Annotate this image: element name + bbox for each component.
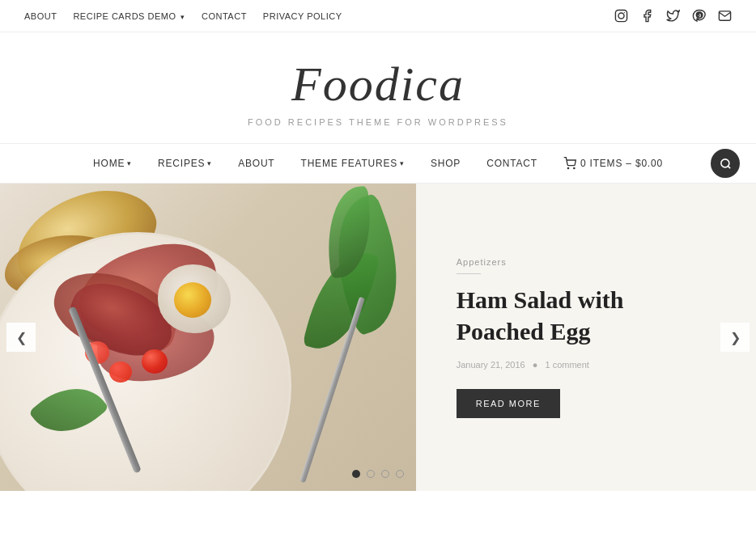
svg-rect-0 (615, 10, 626, 21)
slider-dots (0, 470, 756, 478)
social-icons-bar (614, 9, 732, 23)
svg-point-4 (574, 167, 575, 168)
main-nav-about[interactable]: ABOUT (225, 143, 287, 184)
slider-next-button[interactable]: ❯ (720, 323, 750, 352)
main-navigation: HOME ▾ RECIPES ▾ ABOUT THEME FEATURES ▾ … (0, 143, 756, 184)
top-nav-privacy[interactable]: PRIVACY POLICY (263, 11, 342, 21)
recipes-dropdown-arrow: ▾ (207, 159, 212, 167)
slide-category: Appetizers (457, 257, 507, 274)
twitter-icon[interactable] (665, 9, 680, 23)
top-nav-recipe-cards[interactable]: RECIPE CARDS DEMO ▾ (73, 11, 185, 21)
email-icon[interactable] (717, 9, 732, 23)
read-more-button[interactable]: READ MORE (457, 389, 560, 418)
top-navigation: ABOUT RECIPE CARDS DEMO ▾ CONTACT PRIVAC… (24, 11, 342, 21)
slide-date: January 21, 2016 (457, 360, 525, 370)
food-plate-scene (0, 184, 416, 491)
instagram-icon[interactable] (614, 9, 628, 23)
main-nav-shop[interactable]: SHOP (418, 143, 474, 184)
slider-dot-2[interactable] (367, 470, 375, 478)
cart-button[interactable]: 0 ITEMS – $0.00 (550, 143, 676, 184)
slider-dot-4[interactable] (396, 470, 404, 478)
svg-point-3 (567, 167, 568, 168)
slide-1: Appetizers Ham Salad with Poached Egg Ja… (0, 184, 756, 491)
main-nav-theme-features[interactable]: THEME FEATURES ▾ (288, 143, 418, 184)
slide-meta: January 21, 2016 ● 1 comment (457, 360, 589, 370)
main-nav-contact[interactable]: CONTACT (474, 143, 550, 184)
svg-point-2 (623, 12, 624, 13)
pinterest-icon[interactable] (691, 9, 706, 23)
svg-line-6 (728, 166, 730, 168)
top-nav-contact[interactable]: CONTACT (202, 11, 247, 21)
site-title[interactable]: Foodica (0, 57, 756, 112)
dropdown-arrow: ▾ (178, 13, 185, 21)
top-nav-about[interactable]: ABOUT (24, 11, 57, 21)
site-subtitle: FOOD RECIPES THEME FOR WORDPRESS (0, 117, 756, 127)
site-header: Foodica FOOD RECIPES THEME FOR WORDPRESS (0, 32, 756, 143)
slider-dot-1[interactable] (352, 470, 360, 478)
meta-separator: ● (533, 360, 538, 370)
search-button[interactable] (711, 149, 740, 178)
cart-icon (563, 157, 576, 170)
svg-point-1 (618, 13, 623, 19)
slide-comments: 1 comment (545, 360, 588, 370)
theme-dropdown-arrow: ▾ (400, 159, 405, 167)
slider-dot-3[interactable] (381, 470, 389, 478)
hero-slider: Appetizers Ham Salad with Poached Egg Ja… (0, 184, 756, 491)
slide-image (0, 184, 416, 491)
main-nav-links: HOME ▾ RECIPES ▾ ABOUT THEME FEATURES ▾ … (80, 143, 676, 184)
main-nav-recipes[interactable]: RECIPES ▾ (145, 143, 225, 184)
search-icon (720, 158, 732, 170)
slider-prev-button[interactable]: ❮ (6, 323, 36, 352)
svg-point-5 (720, 159, 728, 167)
home-dropdown-arrow: ▾ (127, 159, 132, 167)
top-bar: ABOUT RECIPE CARDS DEMO ▾ CONTACT PRIVAC… (0, 0, 756, 32)
slide-content: Appetizers Ham Salad with Poached Egg Ja… (416, 184, 756, 491)
main-nav-home[interactable]: HOME ▾ (80, 143, 145, 184)
slide-title: Ham Salad with Poached Egg (457, 284, 716, 347)
facebook-icon[interactable] (639, 9, 654, 23)
cart-label: 0 ITEMS – $0.00 (580, 158, 663, 169)
